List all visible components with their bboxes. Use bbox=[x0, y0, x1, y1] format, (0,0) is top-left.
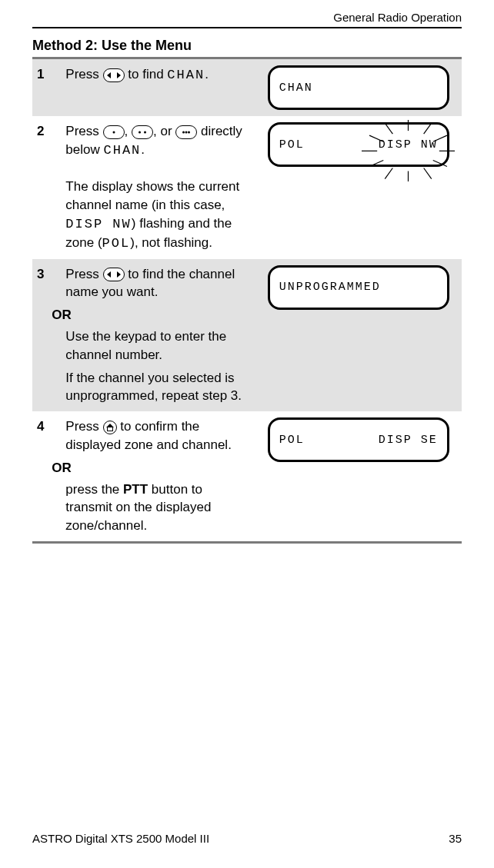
nav-arrows-icon bbox=[103, 68, 125, 82]
step-text: Press to confirm the displayed zone and … bbox=[61, 411, 255, 542]
lcd-text: POL bbox=[279, 137, 305, 153]
text: . bbox=[205, 67, 209, 81]
header-rule bbox=[32, 27, 462, 28]
page-title: Method 2: Use the Menu bbox=[32, 38, 462, 54]
lcd-screen: POL DISP NW bbox=[268, 122, 449, 167]
text: press the PTT button to transmit on the … bbox=[65, 481, 250, 535]
code: POL bbox=[102, 236, 131, 251]
footer-left: ASTRO Digital XTS 2500 Model III bbox=[32, 832, 209, 845]
lcd-text: CHAN bbox=[279, 80, 313, 96]
page-footer: ASTRO Digital XTS 2500 Model III 35 bbox=[32, 832, 462, 845]
text: , bbox=[125, 124, 132, 138]
text: Press bbox=[65, 124, 102, 138]
table-row: 3 Press to find the channel name you wan… bbox=[32, 259, 462, 412]
running-head: General Radio Operation bbox=[32, 11, 462, 24]
ptt-label: PTT bbox=[123, 482, 148, 497]
text: The display shows the current channel na… bbox=[65, 179, 239, 212]
softkey-one-dot-icon bbox=[103, 125, 125, 139]
text: to find bbox=[125, 67, 168, 81]
step-display: POL DISP SE bbox=[255, 411, 462, 542]
table-row: 2 Press , , or directly below CHAN. The … bbox=[32, 116, 462, 259]
flashing-text: DISP NW bbox=[379, 137, 438, 153]
or-label: OR bbox=[52, 459, 250, 477]
table-row: 4 Press to confirm the displayed zone an… bbox=[32, 411, 462, 542]
text: Press bbox=[65, 67, 102, 81]
text: Press bbox=[65, 419, 102, 434]
page-number: 35 bbox=[449, 832, 462, 845]
code: DISP NW bbox=[65, 217, 131, 231]
svg-line-7 bbox=[369, 160, 383, 166]
step-text: Press , , or directly below CHAN. The di… bbox=[61, 116, 255, 259]
step-display: POL DISP NW bbox=[255, 116, 462, 259]
svg-line-9 bbox=[385, 168, 392, 178]
lcd-screen: UNPROGRAMMED bbox=[268, 265, 449, 310]
svg-line-8 bbox=[432, 160, 446, 166]
step-text: Press to find the channel name you want.… bbox=[61, 259, 255, 412]
lcd-text: DISP SE bbox=[379, 432, 438, 448]
table-row: 1 Press to find CHAN. CHAN bbox=[32, 58, 462, 117]
svg-line-1 bbox=[385, 123, 392, 134]
text: , or bbox=[153, 124, 175, 138]
svg-line-10 bbox=[423, 168, 431, 178]
step-text: Press to find CHAN. bbox=[61, 58, 255, 117]
lcd-text: UNPROGRAMMED bbox=[279, 279, 381, 295]
lcd-screen: CHAN bbox=[268, 65, 449, 110]
step-number: 1 bbox=[32, 58, 61, 117]
text: Press bbox=[65, 267, 102, 281]
lcd-text: DISP NW bbox=[379, 138, 438, 151]
text: If the channel you selected is unprogram… bbox=[65, 369, 250, 406]
nav-arrows-icon bbox=[103, 268, 125, 281]
code: CHAN bbox=[167, 68, 205, 82]
lcd-screen: POL DISP SE bbox=[268, 417, 449, 462]
or-label: OR bbox=[52, 306, 250, 324]
home-button-icon bbox=[103, 421, 117, 434]
step-number: 3 bbox=[32, 259, 61, 412]
softkey-three-dot-icon bbox=[175, 125, 197, 139]
lcd-text: POL bbox=[279, 432, 305, 448]
text: ), not flashing. bbox=[130, 235, 212, 250]
softkey-two-dot-icon bbox=[132, 125, 153, 139]
steps-table: 1 Press to find CHAN. CHAN 2 Press , , o… bbox=[32, 57, 462, 544]
step-number: 2 bbox=[32, 116, 61, 259]
svg-line-2 bbox=[423, 123, 431, 134]
step-display: UNPROGRAMMED bbox=[255, 259, 462, 412]
text: . bbox=[141, 142, 145, 157]
text: Use the keypad to enter the channel numb… bbox=[65, 328, 250, 364]
step-display: CHAN bbox=[255, 58, 462, 117]
code: CHAN bbox=[104, 143, 142, 158]
text: press the bbox=[65, 482, 123, 497]
